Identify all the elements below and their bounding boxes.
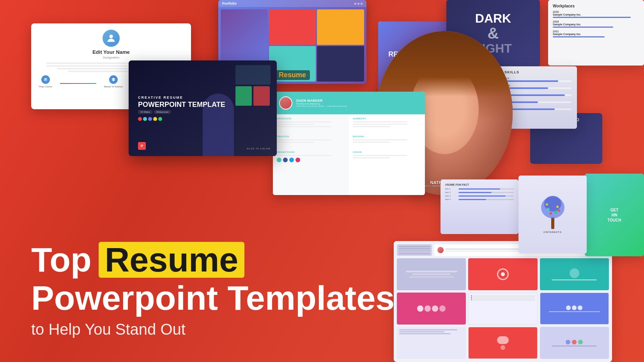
- cell-5-row-1: [471, 295, 534, 296]
- workplace-company-3: Sample Company Inc.: [553, 33, 639, 35]
- skill-label-3: JS: [504, 91, 571, 94]
- fun-bar-fill-4: [458, 199, 486, 200]
- headline-top-text: Top: [31, 243, 92, 277]
- grid-cell-7: [397, 327, 466, 359]
- section-vision: VISION: [353, 151, 421, 153]
- simple-resume-designation: Designation: [39, 56, 183, 59]
- skill-bar-bg-4: [504, 101, 571, 103]
- preview-sm-2: [253, 86, 270, 106]
- section-mission: MISSION: [353, 135, 421, 138]
- skill-bar-fill-3: [504, 94, 565, 96]
- card-fun-fact[interactable]: #SOME FUN FACT Item 1 Item 2 Item 3 Item…: [441, 179, 518, 234]
- graduation-icon: [109, 75, 118, 84]
- fun-bar-label-2: Item 2: [445, 191, 457, 193]
- cloud-dot: [501, 345, 505, 350]
- timeline-dot-1: Prep Course: [39, 75, 52, 88]
- fun-bar-fill-2: [458, 192, 492, 193]
- prof-left: GRADUATE TRUSTED PROMOTIONS: [273, 114, 349, 195]
- skill-label-4: UX: [504, 98, 571, 101]
- timeline-dot-2: Master of Science: [104, 75, 123, 88]
- dot-1: [471, 295, 472, 296]
- professional-info: DAEN MARKER Professional Marketing Click…: [296, 99, 347, 107]
- dot-3: [471, 299, 472, 300]
- badge-1: 15 Slides: [138, 110, 152, 114]
- cell-5-row-2: [471, 297, 534, 298]
- grid-cell-5: [468, 293, 537, 325]
- svg-rect-2: [44, 79, 47, 80]
- dark-text: DARK: [474, 12, 512, 25]
- creative-text: CREATIVE RESUME POWERPOINT TEMPLATE 15 S…: [138, 96, 225, 121]
- svg-rect-1: [44, 78, 47, 79]
- fun-bar-track-4: [458, 199, 514, 200]
- prof-line-6: [277, 155, 331, 156]
- card-professional-resume[interactable]: DAEN MARKER Professional Marketing Click…: [273, 92, 425, 195]
- section-trusted: TRUSTED: [277, 135, 345, 138]
- card-get-in-touch[interactable]: GET #IN TOUCH: [585, 174, 644, 256]
- social-line: [549, 311, 600, 312]
- fun-fact-inner: #SOME FUN FACT Item 1 Item 2 Item 3 Item…: [441, 179, 518, 234]
- fun-bar-2: Item 2: [445, 191, 514, 193]
- skill-bar-bg-3: [504, 94, 571, 96]
- grid-nav: [397, 244, 432, 256]
- book-icon: [41, 75, 50, 84]
- creative-title-top: CREATIVE RESUME: [138, 96, 225, 99]
- grid-body: [397, 258, 609, 359]
- creative-title-main: POWERPOINT TEMPLATE: [138, 101, 225, 109]
- prof-line-4: [277, 139, 331, 140]
- workplace-company-1: Sample Company Inc.: [553, 13, 639, 16]
- card-workplaces[interactable]: Workplaces 2030 Sample Company Inc. 2026…: [548, 0, 644, 66]
- skill-item-1: CSS: [504, 77, 571, 82]
- section-promotions: PROMOTIONS: [277, 151, 345, 153]
- professional-body: GRADUATE TRUSTED PROMOTIONS: [273, 114, 425, 195]
- badge-2: Widescreen: [154, 110, 171, 114]
- grid-cell-8: [468, 327, 537, 359]
- professional-avatar: [279, 96, 292, 110]
- cell-3-line: [552, 279, 597, 280]
- bottom-dots: [566, 340, 583, 344]
- prof-line-r2: [353, 124, 407, 125]
- social-t: [572, 305, 577, 310]
- grid-cell-3: [540, 258, 609, 290]
- circle-2: [425, 305, 431, 312]
- prof-line-r7: [353, 157, 390, 158]
- main-container: Top Resume Powerpoint Templates to Help …: [0, 0, 644, 362]
- bdot-3: [578, 340, 583, 344]
- nav-line-5: [398, 253, 430, 254]
- portfolio-cell-1: [269, 9, 316, 45]
- bdot-2: [572, 340, 577, 344]
- interests-label: #INTERESTS: [543, 231, 562, 233]
- svg-point-8: [547, 208, 550, 211]
- creative-badges: 15 Slides Widescreen: [138, 110, 225, 114]
- svg-point-9: [556, 206, 559, 208]
- bottom-line-1: [399, 329, 457, 330]
- portfolio-cell-2: [317, 9, 364, 45]
- color-dot-1: [138, 117, 142, 121]
- tree-inner: #INTERESTS: [518, 176, 587, 254]
- workplace-bar-2: [553, 27, 613, 28]
- dot-1: [354, 3, 356, 5]
- prof-right: SUMMARY MISSION VISION: [349, 114, 425, 195]
- workplace-item-2: 2026 Sample Company Inc.: [553, 20, 639, 28]
- timeline-line: [60, 83, 96, 84]
- plus-color-text: PLUS 70 COLOR: [247, 147, 271, 150]
- prof-line-5: [277, 142, 314, 143]
- resume-text: Resume: [275, 70, 310, 80]
- card-bottom-grid[interactable]: [394, 241, 612, 362]
- headline-line-2: Powerpoint Templates: [31, 281, 395, 315]
- headline-line-3: to Help You Stand Out: [31, 320, 395, 339]
- card-tree-interests[interactable]: #INTERESTS: [518, 176, 587, 254]
- nav-line-3: [398, 250, 430, 251]
- line-1: [473, 296, 534, 296]
- social-f: [566, 305, 571, 310]
- card-creative-resume[interactable]: CREATIVE RESUME POWERPOINT TEMPLATE 15 S…: [129, 60, 277, 156]
- skill-item-5: PHP: [504, 105, 571, 110]
- prof-line-r6: [353, 155, 407, 156]
- skill-item-3: JS: [504, 91, 571, 96]
- fun-bar-fill-1: [458, 188, 500, 190]
- svg-point-12: [546, 203, 548, 206]
- prof-line-r4: [353, 139, 407, 140]
- prof-line-r1: [353, 121, 407, 122]
- workplace-year-1: 2030: [553, 11, 639, 13]
- header-avatar: [437, 247, 444, 253]
- social-icon-4: [295, 158, 300, 162]
